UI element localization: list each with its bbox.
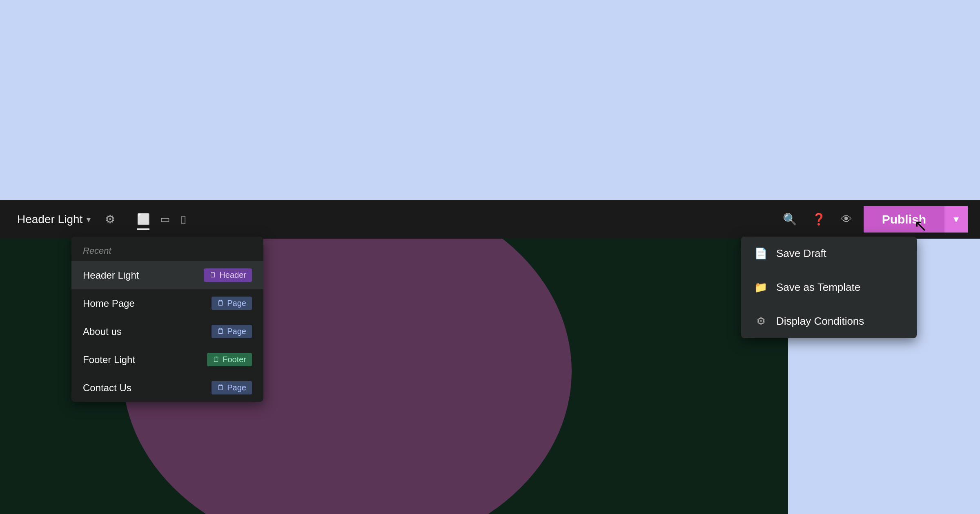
recent-item-about-us[interactable]: About us 🗒 Page (71, 317, 263, 346)
save-template-icon: 📁 (753, 281, 768, 294)
header-tag: 🗒 Header (204, 268, 252, 282)
recent-item-name: About us (83, 326, 204, 337)
publish-group: Publish ▾ (864, 206, 968, 233)
page-tag: 🗒 Page (212, 381, 252, 394)
page-tag: 🗒 Page (212, 325, 252, 338)
tag-icon: 🗒 (217, 383, 225, 392)
save-draft-button[interactable]: 📄 Save Draft (741, 237, 917, 270)
tablet-icon: ▭ (160, 213, 170, 225)
recent-dropdown: Recent Header Light 🗒 Header Home Page 🗒… (71, 237, 263, 402)
publish-label: Publish (882, 213, 926, 226)
recent-item-home-page[interactable]: Home Page 🗒 Page (71, 289, 263, 317)
display-conditions-button[interactable]: ⚙ Display Conditions (741, 304, 917, 338)
publish-chevron-icon: ▾ (953, 213, 959, 226)
save-template-label: Save as Template (776, 281, 860, 294)
gear-icon: ⚙ (105, 213, 115, 226)
template-title-button[interactable]: Header Light ▾ (12, 210, 96, 229)
recent-item-contact-us[interactable]: Contact Us 🗒 Page (71, 374, 263, 402)
toolbar-right: 🔍 ❓ 👁 Publish ▾ (780, 206, 968, 233)
mobile-device-button[interactable]: ▯ (176, 210, 190, 229)
recent-item-name: Footer Light (83, 354, 200, 366)
toolbar: Header Light ▾ ⚙ ⬜ ▭ ▯ 🔍 ❓ 👁 (0, 200, 980, 239)
template-title-text: Header Light (17, 213, 82, 226)
recent-item-name: Header Light (83, 270, 196, 281)
tag-icon: 🗒 (217, 299, 225, 308)
search-button[interactable]: 🔍 (780, 209, 800, 229)
footer-tag: 🗒 Footer (207, 353, 252, 366)
help-icon: ❓ (812, 213, 826, 226)
save-as-template-button[interactable]: 📁 Save as Template (741, 270, 917, 304)
tablet-device-button[interactable]: ▭ (156, 210, 174, 229)
desktop-icon: ⬜ (137, 213, 150, 225)
desktop-device-button[interactable]: ⬜ (133, 210, 154, 229)
preview-button[interactable]: 👁 (837, 209, 855, 229)
preview-icon: 👁 (841, 213, 852, 226)
tag-icon: 🗒 (217, 327, 225, 336)
tag-icon: 🗒 (213, 355, 220, 364)
recent-item-name: Contact Us (83, 382, 204, 394)
publish-button[interactable]: Publish (864, 206, 944, 233)
save-draft-label: Save Draft (776, 247, 826, 260)
recent-dropdown-header: Recent (71, 237, 263, 261)
recent-item-header-light[interactable]: Header Light 🗒 Header (71, 261, 263, 289)
publish-dropdown-button[interactable]: ▾ (944, 206, 968, 233)
mobile-icon: ▯ (180, 213, 186, 225)
toolbar-left: Header Light ▾ ⚙ ⬜ ▭ ▯ (12, 209, 190, 229)
page-tag: 🗒 Page (212, 297, 252, 310)
search-icon: 🔍 (783, 213, 797, 226)
device-switcher: ⬜ ▭ ▯ (133, 210, 190, 229)
recent-item-name: Home Page (83, 298, 204, 309)
display-conditions-icon: ⚙ (753, 315, 768, 328)
save-draft-icon: 📄 (753, 247, 768, 260)
tag-icon: 🗒 (209, 271, 217, 279)
help-button[interactable]: ❓ (808, 209, 829, 229)
title-chevron-icon: ▾ (87, 215, 91, 224)
publish-dropdown: 📄 Save Draft 📁 Save as Template ⚙ Displa… (741, 237, 917, 338)
settings-button[interactable]: ⚙ (102, 209, 118, 229)
recent-item-footer-light[interactable]: Footer Light 🗒 Footer (71, 346, 263, 374)
display-conditions-label: Display Conditions (776, 315, 864, 328)
